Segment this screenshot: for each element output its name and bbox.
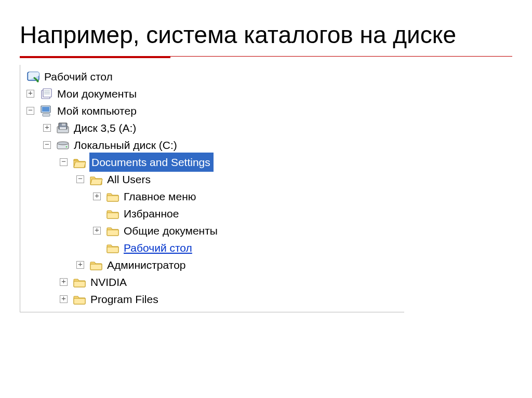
svg-rect-12 [60, 127, 66, 129]
admin-label: Администратор [106, 256, 186, 273]
collapse-icon[interactable]: − [60, 158, 68, 166]
folder-icon [73, 293, 86, 306]
svg-point-15 [66, 146, 68, 147]
svg-rect-7 [42, 107, 49, 112]
folder-open-icon [89, 173, 103, 186]
progfiles-label: Program Files [89, 291, 158, 308]
folder-icon [106, 208, 119, 220]
tree-row-localc[interactable]: − Локальный диск (C:) [25, 136, 401, 154]
nvidia-label: NVIDIA [89, 273, 127, 291]
title-underline-thin [170, 56, 512, 57]
desktop-icon [26, 71, 40, 83]
expand-icon[interactable]: + [93, 227, 101, 235]
collapse-icon[interactable]: − [26, 107, 34, 115]
folder-icon [106, 242, 119, 254]
folder-icon [106, 225, 119, 237]
svg-rect-11 [62, 123, 65, 126]
hard-drive-icon [56, 139, 70, 152]
computer-icon [39, 105, 53, 117]
slide-title: Например, система каталогов на диске [20, 21, 512, 49]
folder-icon [89, 259, 103, 271]
expand-icon[interactable]: + [93, 193, 101, 200]
collapse-icon[interactable]: − [76, 175, 84, 183]
collapse-icon[interactable]: − [43, 141, 51, 149]
folder-open-icon [73, 156, 86, 169]
expand-icon[interactable]: + [26, 90, 34, 98]
folder-icon [106, 190, 119, 203]
folder-icon [73, 276, 86, 289]
floppy-label: Диск 3,5 (A:) [73, 119, 136, 136]
tree-row-progfiles[interactable]: + Program Files [25, 291, 401, 308]
svg-rect-2 [43, 89, 51, 97]
floppy-drive-icon [56, 122, 70, 134]
udesktop-label: Рабочий стол [123, 239, 192, 256]
tree-row-docset[interactable]: − Documents and Settings [25, 154, 401, 171]
tree-row-shared[interactable]: + Общие документы [25, 222, 401, 239]
startmenu-label: Главное меню [123, 188, 196, 205]
tree-row-nvidia[interactable]: + NVIDIA [25, 273, 401, 291]
tree-row-mycomputer[interactable]: − Мой компьютер [25, 102, 401, 119]
slide: Например, система каталогов на диске Раб… [0, 0, 532, 398]
expand-icon[interactable]: + [60, 278, 68, 286]
favorites-label: Избранное [123, 205, 179, 222]
tree-row-udesktop[interactable]: Рабочий стол [25, 239, 401, 256]
mycomp-label: Мой компьютер [56, 102, 137, 119]
expand-icon[interactable]: + [76, 261, 84, 269]
document-stack-icon [39, 88, 53, 100]
svg-point-14 [57, 142, 69, 145]
tree-row-favorites[interactable]: Избранное [25, 205, 401, 222]
expand-icon[interactable]: + [43, 124, 51, 132]
tree-row-allusers[interactable]: − All Users [25, 171, 401, 188]
docset-label: Documents and Settings [89, 153, 214, 172]
localc-label: Локальный диск (C:) [73, 136, 177, 154]
tree-row-startmenu[interactable]: + Главное меню [25, 188, 401, 205]
svg-rect-8 [43, 114, 50, 116]
shared-label: Общие документы [123, 222, 218, 239]
tree-row-desktop[interactable]: Рабочий стол [25, 68, 401, 85]
tree-row-admin[interactable]: + Администратор [25, 256, 401, 273]
tree-row-mydocs[interactable]: + Мои документы [25, 85, 401, 102]
folder-tree: Рабочий стол + Мои документы − Мой компь… [20, 65, 404, 312]
tree-row-floppy[interactable]: + Диск 3,5 (A:) [25, 119, 401, 136]
expand-icon[interactable]: + [60, 295, 68, 303]
allusers-label: All Users [106, 171, 151, 188]
desktop-label: Рабочий стол [43, 68, 113, 85]
mydocs-label: Мои документы [56, 85, 137, 102]
title-underline-thick [20, 56, 170, 58]
